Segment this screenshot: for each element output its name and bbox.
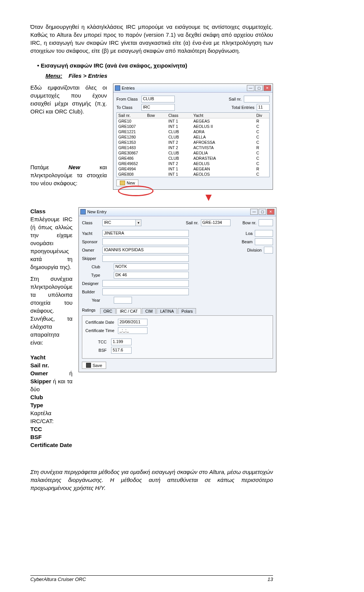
table-row[interactable]: GRE808INT 1AEOLOSC	[117, 172, 269, 177]
tcc-lbl: TCC	[85, 340, 109, 344]
desc-2: Πατάμε New και πληκτρολογούμε τα στοιχεί…	[30, 163, 107, 187]
tab-orc[interactable]: ORC	[100, 308, 116, 314]
yacht-lbl: Yacht	[82, 231, 100, 236]
window-icon	[115, 85, 120, 91]
year-input[interactable]	[114, 297, 132, 304]
cert-date-lbl: Certificate Date	[85, 320, 116, 324]
from-class-field[interactable]: CLUB	[141, 96, 175, 102]
class-dropdown[interactable]: IRC ▼	[102, 219, 141, 226]
close-button[interactable]: ✕	[267, 209, 275, 215]
col-sail[interactable]: Sail nr.	[117, 113, 146, 118]
club-input[interactable]: NOTK	[114, 263, 189, 270]
bsf-lbl: BSF	[85, 348, 109, 353]
type-input[interactable]: DK 46	[114, 272, 189, 279]
desc-1: Εδώ εμφανίζονται όλες οι συμμετοχές που …	[30, 83, 107, 115]
continue-paragraph: Στη συνέχεια πληκτρολογούμε τα υπόλοιπα …	[30, 275, 72, 346]
highlight-circle	[118, 186, 154, 196]
owner-lbl: Owner	[82, 248, 100, 252]
sponsor-input[interactable]	[102, 238, 189, 245]
close-button[interactable]: ✕	[264, 85, 271, 91]
tcc-label: TCC	[30, 425, 72, 433]
col-div[interactable]: Div	[255, 113, 269, 118]
table-row[interactable]: GRE30867CLUBAEOLIAC	[117, 150, 269, 156]
division-input[interactable]	[264, 247, 273, 253]
menu-path-text: Files > Entries	[69, 72, 107, 79]
to-class-label: To Class	[116, 105, 139, 110]
entries-window: Entries — ▢ ✕ From Class CLUB Sail nr. T…	[113, 83, 273, 190]
club-lbl: Club	[82, 265, 111, 269]
cdate-label: Certificate Date	[30, 441, 72, 449]
bsf-label: BSF	[30, 433, 72, 441]
table-row[interactable]: GRE1007INT 1AEOLUS IIC	[117, 124, 269, 129]
year-lbl: Year	[82, 298, 111, 302]
club-label: Club	[30, 393, 72, 401]
page-footer: CyberAltura Cruiser ORC 13	[30, 575, 273, 582]
class-lbl: Class	[82, 220, 100, 225]
chevron-down-icon[interactable]: ▼	[136, 219, 141, 226]
col-class[interactable]: Class	[167, 113, 192, 118]
table-row[interactable]: GRE4994INT 1AEGEANR	[117, 166, 269, 172]
sail-nr-input[interactable]: GRE-1234	[201, 219, 231, 226]
table-row[interactable]: GRE1221CLUBADRAC	[117, 129, 269, 134]
entries-table: Sail nr. Bow Class Yacht Div GRE10INT 1A…	[116, 112, 270, 177]
bsf-input[interactable]: 517.6	[111, 347, 132, 354]
tab-polars[interactable]: Polars	[178, 308, 196, 314]
footer-left: CyberAltura Cruiser ORC	[30, 576, 86, 582]
tab-irc-cat[interactable]: IRC / CAT	[116, 308, 141, 314]
table-row[interactable]: GRE1280CLUBAELLAC	[117, 134, 269, 140]
bow-nr-lbl: Bow nr.	[243, 220, 257, 225]
owner-line: Owner ή Skipper ή και τα δύο	[30, 369, 72, 393]
class-paragraph: Επιλέγουμε IRC (ή όπως αλλιώς την είχαμε…	[30, 215, 72, 271]
sail-nr-label: Sail nr.	[229, 97, 242, 101]
ratings-label: Ratings	[82, 307, 98, 313]
skipper-input[interactable]	[102, 255, 189, 262]
ratings-panel: Certificate Date 20/08/2011 Certificate …	[82, 315, 273, 359]
tcc-input[interactable]: 1.199	[111, 339, 132, 345]
from-class-label: From Class	[116, 97, 139, 101]
table-row[interactable]: GRE486CLUBADRASTEIAC	[117, 156, 269, 161]
builder-lbl: Builder	[82, 290, 100, 294]
col-bow[interactable]: Bow	[146, 113, 167, 118]
maximize-button[interactable]: ▢	[259, 209, 266, 215]
loa-input[interactable]	[255, 230, 273, 237]
beam-input[interactable]	[255, 238, 273, 245]
cert-time-input[interactable]: _:_:_	[118, 327, 147, 334]
bow-nr-input[interactable]	[259, 219, 273, 226]
maximize-button[interactable]: ▢	[255, 85, 263, 91]
designer-input[interactable]	[102, 280, 189, 287]
cert-time-lbl: Certificate Time	[85, 328, 116, 333]
division-lbl: Division	[247, 248, 262, 252]
owner-input[interactable]: IOANNIS KOPSIDAS	[102, 247, 189, 253]
save-icon	[86, 363, 91, 368]
arrow-down-icon: ▼	[144, 191, 273, 203]
minimize-button[interactable]: —	[247, 85, 254, 91]
builder-input[interactable]	[102, 288, 189, 295]
sail-nr-field[interactable]	[244, 96, 270, 102]
window-title: New Entry	[87, 209, 107, 214]
yacht-label: Yacht	[30, 353, 72, 361]
tab-cim[interactable]: CIM	[142, 308, 156, 314]
col-yacht[interactable]: Yacht	[192, 113, 255, 118]
minimize-button[interactable]: —	[250, 209, 258, 215]
save-button[interactable]: Save	[82, 362, 106, 369]
skipper-lbl: Skipper	[82, 256, 100, 261]
table-row[interactable]: GRE1353INT 2AFROESSAC	[117, 140, 269, 145]
total-entries-field: 11	[257, 104, 270, 111]
window-icon	[80, 209, 86, 214]
new-entry-window: New Entry — ▢ ✕ Class IRC ▼ Sail nr. GRE…	[78, 207, 276, 372]
table-row[interactable]: GRE1483INT 2ACTIVISTAR	[117, 145, 269, 150]
yacht-input[interactable]: JINETERA	[102, 230, 189, 237]
beam-lbl: Beam	[242, 239, 253, 244]
section-bullet: Εισαγωγή σκαφών IRC (ανά ένα σκάφος, χει…	[37, 61, 273, 69]
to-class-field[interactable]: IRC	[141, 104, 175, 111]
table-row[interactable]: GRE49652INT 2AEOLUSC	[117, 161, 269, 166]
cert-date-input[interactable]: 20/08/2011	[118, 319, 147, 326]
menu-path: Menu: Files > Entries	[46, 72, 273, 80]
window-title: Entries	[122, 86, 135, 90]
sponsor-lbl: Sponsor	[82, 239, 100, 244]
outro-paragraph: Στη συνέχεια περιγράφεται μέθοδος για ομ…	[30, 468, 273, 492]
table-row[interactable]: GRE10INT 1AEGEASR	[117, 118, 269, 124]
total-entries-label: Total Entries	[231, 105, 254, 110]
tab-latina[interactable]: LATINA	[157, 308, 177, 314]
type-lbl: Type	[82, 273, 111, 277]
